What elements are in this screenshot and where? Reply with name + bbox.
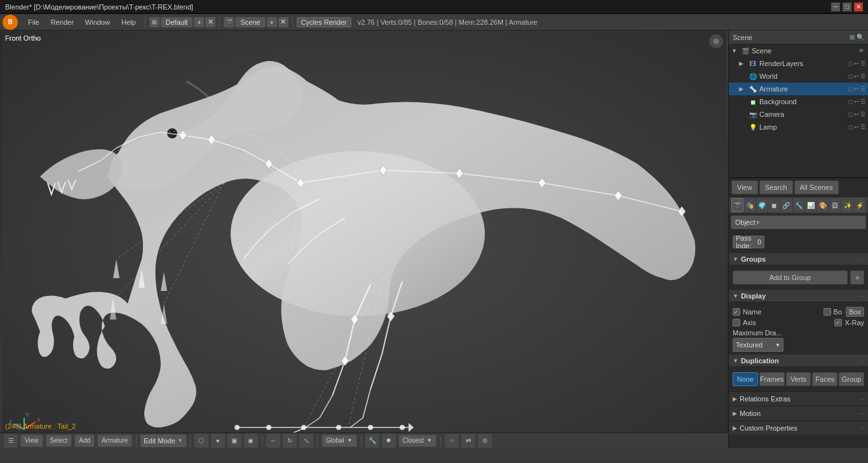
scale-icon[interactable]: ⤡ — [299, 434, 313, 448]
dup-verts-button[interactable]: Verts — [786, 372, 811, 386]
view-button[interactable]: View — [731, 180, 758, 194]
rotate-icon[interactable]: ↻ — [283, 434, 297, 448]
viewport-texture-icon[interactable]: ▣ — [227, 434, 241, 448]
add-menu-button[interactable]: Add — [74, 434, 95, 447]
search-button[interactable]: Search — [759, 180, 793, 194]
display-section-header[interactable]: ▼ Display ··· — [729, 290, 868, 302]
xray-checkbox[interactable] — [834, 319, 842, 326]
workspace-selector[interactable]: Default — [161, 17, 193, 27]
name-checkbox[interactable] — [733, 308, 740, 316]
menu-help[interactable]: Help — [116, 17, 141, 27]
snap-type-icon[interactable]: ⬟ — [382, 434, 396, 448]
data-icon[interactable]: 📊 — [805, 198, 817, 212]
menu-file[interactable]: File — [23, 17, 44, 27]
viewport-render-icon[interactable]: ◉ — [244, 434, 258, 448]
render-engine-selector[interactable]: Cycles Render — [297, 17, 351, 27]
view-menu-button[interactable]: View — [20, 434, 43, 447]
duplication-section-header[interactable]: ▼ Duplication ··· — [729, 354, 868, 367]
maximize-button[interactable]: □ — [843, 3, 851, 11]
snap-icon[interactable]: 🔧 — [365, 434, 379, 448]
pass-index-input[interactable]: Pass Inde: 0 — [733, 236, 764, 248]
svg-text:Y: Y — [25, 412, 29, 418]
snap-to-selector[interactable]: Closest ▼ — [398, 434, 437, 447]
add-to-group-button[interactable]: Add to Group — [733, 271, 848, 285]
outliner-world[interactable]: 🌐 World ◻ ↩ ☰ — [729, 70, 868, 83]
mirror-icon[interactable]: ⇄ — [461, 434, 475, 448]
constraints-icon[interactable]: 🔗 — [780, 198, 792, 212]
svg-point-59 — [336, 425, 341, 430]
minimize-button[interactable]: ─ — [831, 3, 840, 11]
outliner-background[interactable]: ◼ Background ◻ ↩ ☰ — [729, 95, 868, 108]
global-selector[interactable]: Global ▼ — [322, 434, 357, 447]
proportional-edit-icon[interactable]: ○ — [445, 434, 459, 448]
window-title: Blender* [D:\Моделирование\Проекты\T-рек… — [5, 3, 193, 11]
outliner-filter-icon[interactable]: ⊞ — [850, 34, 855, 41]
world-props-icon[interactable]: 🌍 — [756, 198, 768, 212]
menu-render[interactable]: Render — [46, 17, 79, 27]
box-button[interactable]: Box — [846, 307, 864, 317]
add-to-group-row: Add to Group + — [733, 271, 864, 285]
select-menu-button[interactable]: Select — [46, 434, 72, 447]
vp-separator-4 — [317, 435, 318, 446]
outliner-armature[interactable]: ▶ 🦴 Armature ◻ ↩ ☰ — [729, 83, 868, 95]
camera-icon: 📷 — [749, 110, 757, 119]
viewport-background[interactable]: X Y Z Front Ortho ⊕ (240) Armature : Tai… — [0, 30, 728, 448]
viewport-3d[interactable]: Front Ortho — [0, 30, 728, 448]
render-props-icon[interactable]: 🎬 — [731, 198, 743, 212]
plus-group-button[interactable]: + — [850, 271, 864, 285]
grab-icon[interactable]: ↔ — [266, 434, 280, 448]
outliner-panel: ▼ 🎬 Scene 👁 ▶ 🎞 RenderLayers ◻ ↩ ☰ — [729, 44, 868, 178]
outliner-camera[interactable]: 📷 Camera ◻ ↩ ☰ — [729, 108, 868, 121]
modifiers-icon[interactable]: 🔧 — [793, 198, 804, 212]
all-scenes-button[interactable]: All Scenes — [794, 180, 839, 194]
relations-extras-header[interactable]: ▶ Relations Extras ··· — [729, 392, 868, 406]
menu-window[interactable]: Window — [80, 17, 115, 27]
title-bar: Blender* [D:\Моделирование\Проекты\T-рек… — [0, 0, 868, 14]
groups-content: Add to Group + — [729, 265, 868, 290]
onion-icon[interactable]: ⊚ — [478, 434, 492, 448]
display-content: Name Bo Box Axis X-Ray Maximum — [729, 302, 868, 354]
add-workspace-button[interactable]: + — [194, 17, 204, 27]
vp-separator-1 — [136, 435, 137, 446]
outliner-lamp[interactable]: 💡 Lamp ◻ ↩ ☰ — [729, 121, 868, 133]
viewport-solid-icon[interactable]: ● — [211, 434, 225, 448]
viewport-svg: X Y Z — [0, 30, 728, 448]
pass-index-row: Pass Inde: 0 — [733, 236, 864, 248]
material-icon[interactable]: 🎨 — [817, 198, 829, 212]
physics-icon[interactable]: ⚡ — [854, 198, 865, 212]
outliner-search-icon[interactable]: 🔍 — [857, 34, 864, 41]
viewport-menu-icon[interactable]: ☰ — [4, 434, 18, 448]
svg-point-60 — [368, 425, 373, 430]
dup-frames-button[interactable]: Frames — [759, 372, 785, 386]
eye-icon[interactable]: 👁 — [857, 46, 865, 55]
dup-none-button[interactable]: None — [733, 372, 758, 386]
viewport-wire-icon[interactable]: ⬡ — [194, 434, 208, 448]
bo-checkbox[interactable] — [824, 308, 831, 316]
object-props-icon[interactable]: ◼ — [768, 198, 780, 212]
dup-group-button[interactable]: Group — [839, 372, 864, 386]
viewport-nav-widget[interactable]: ⊕ — [709, 34, 723, 48]
scene-props-icon[interactable]: 🎭 — [744, 198, 756, 212]
armature-menu-button[interactable]: Armature — [97, 434, 132, 447]
close-workspace-button[interactable]: ✕ — [205, 17, 215, 27]
custom-properties-header[interactable]: ▶ Custom Properties ··· — [729, 421, 868, 435]
window-controls: ─ □ ✕ — [831, 3, 863, 11]
mode-selector[interactable]: Edit Mode ▼ — [140, 434, 186, 447]
vp-separator-3 — [262, 435, 262, 446]
textured-select[interactable]: Textured ▼ — [733, 338, 783, 352]
motion-header[interactable]: ▶ Motion ··· — [729, 406, 868, 420]
outliner-renderlayers[interactable]: ▶ 🎞 RenderLayers ◻ ↩ ☰ — [729, 57, 868, 70]
outliner-scene[interactable]: ▼ 🎬 Scene 👁 — [729, 44, 868, 57]
object-dropdown[interactable]: Object ▼ — [731, 215, 866, 229]
particles-icon[interactable]: ✨ — [841, 198, 853, 212]
axis-checkbox[interactable] — [733, 319, 740, 326]
scene-selector[interactable]: Scene — [235, 17, 265, 27]
texture-icon[interactable]: 🖼 — [829, 198, 841, 212]
add-scene-button[interactable]: + — [267, 17, 277, 27]
dup-faces-button[interactable]: Faces — [812, 372, 837, 386]
groups-section-header[interactable]: ▼ Groups ··· — [729, 253, 868, 265]
close-button[interactable]: ✕ — [854, 3, 863, 11]
svg-point-61 — [400, 425, 405, 430]
menu-separator-3 — [292, 17, 293, 28]
close-scene-button[interactable]: ✕ — [278, 17, 288, 27]
